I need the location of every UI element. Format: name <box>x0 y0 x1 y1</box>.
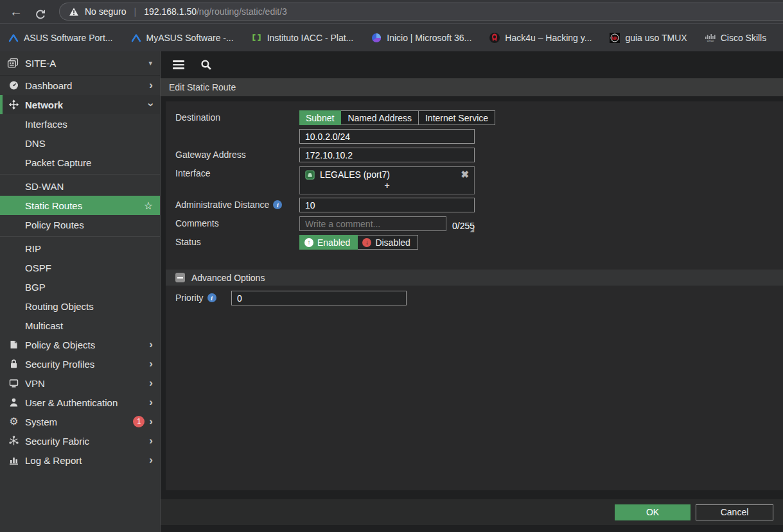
sidebar-item-system[interactable]: ⚙ System 1 › <box>0 412 160 431</box>
admin-distance-input[interactable] <box>299 198 475 212</box>
stamp-icon <box>7 339 21 350</box>
sidebar-item-log-report[interactable]: Log & Report › <box>0 450 160 470</box>
ok-button[interactable]: OK <box>615 504 691 520</box>
gateway-address-input[interactable] <box>299 148 475 162</box>
svg-text:cisco: cisco <box>707 39 714 42</box>
info-icon[interactable]: i <box>273 200 282 209</box>
bookmark-asus-software-portal[interactable]: ASUS Software Port... <box>8 32 113 44</box>
lock-icon <box>7 359 21 369</box>
cancel-button[interactable]: Cancel <box>696 504 773 520</box>
interface-value: LEGALES (port7) <box>320 169 390 180</box>
back-icon[interactable]: ← <box>8 0 24 23</box>
sidebar-item-policy-objects[interactable]: Policy & Objects › <box>0 335 160 354</box>
sidebar-item-packet-capture[interactable]: Packet Capture <box>0 153 160 172</box>
search-icon[interactable] <box>200 59 212 71</box>
bookmark-cisco-skills[interactable]: cisco Cisco Skills <box>705 32 767 44</box>
svg-text:NK: NK <box>611 35 618 40</box>
status-label: Status <box>175 235 299 247</box>
url-path: /ng/routing/static/edit/3 <box>197 6 287 17</box>
bookmark-tmux-guide[interactable]: NK guia uso TMUX <box>609 32 687 44</box>
gear-icon: ⚙ <box>7 416 21 427</box>
chevron-right-icon: › <box>149 436 153 445</box>
bookmark-myasus-software[interactable]: MyASUS Software -... <box>130 32 234 44</box>
status-toggle: ↑ Enabled ↓ Disabled <box>299 235 418 250</box>
bookmark-instituto-iacc[interactable]: Instituto IACC - Plat... <box>251 32 354 44</box>
sidebar-item-policy-routes[interactable]: Policy Routes <box>0 215 160 234</box>
sidebar-item-vpn[interactable]: VPN › <box>0 373 160 393</box>
sidebar-item-sd-wan[interactable]: SD-WAN <box>0 176 160 196</box>
sidebar-item-label: Security Fabric <box>25 436 89 447</box>
sidebar-item-static-routes[interactable]: Static Routes ☆ <box>0 196 160 215</box>
sidebar-item-network[interactable]: Network › <box>0 95 160 114</box>
comments-input[interactable] <box>299 216 446 231</box>
tab-named-address[interactable]: Named Address <box>341 110 419 125</box>
priority-input[interactable] <box>231 291 407 305</box>
chart-icon <box>7 455 21 465</box>
sidebar-item-interfaces[interactable]: Interfaces <box>0 114 160 133</box>
page-title: Edit Static Route <box>161 78 783 96</box>
sidebar-item-rip[interactable]: RIP <box>0 239 160 258</box>
collapse-icon[interactable] <box>175 273 185 282</box>
bookmark-label: Instituto IACC - Plat... <box>267 33 354 43</box>
security-label: No seguro <box>85 6 127 17</box>
comments-label: Comments <box>175 216 299 228</box>
address-bar[interactable]: No seguro | 192.168.1.50/ng/routing/stat… <box>59 3 783 21</box>
arrow-down-circle-icon: ↓ <box>362 238 371 247</box>
not-secure-warning-icon[interactable] <box>69 7 79 17</box>
interface-select-box[interactable]: LEGALES (port7) ✖ + <box>299 166 475 194</box>
gateway-address-label: Gateway Address <box>175 148 299 160</box>
hack4u-hood-icon <box>489 32 500 44</box>
bookmark-hack4u[interactable]: Hack4u – Hacking y... <box>489 32 592 44</box>
info-icon[interactable]: i <box>207 293 216 302</box>
sidebar-divider <box>0 174 160 175</box>
advanced-options-header[interactable]: Advanced Options <box>166 270 783 286</box>
resize-handle[interactable]: ◢ <box>470 227 474 233</box>
cisco-bars-icon: cisco <box>705 32 716 44</box>
bookmark-label: guia uso TMUX <box>625 33 687 43</box>
status-disabled-button[interactable]: ↓ Disabled <box>358 235 418 250</box>
sidebar-item-security-profiles[interactable]: Security Profiles › <box>0 354 160 373</box>
remove-interface-icon[interactable]: ✖ <box>461 169 469 180</box>
sidebar-item-dashboard[interactable]: Dashboard › <box>0 76 160 95</box>
chevron-right-icon: › <box>149 417 153 426</box>
microsoft-365-icon <box>371 32 382 44</box>
hamburger-menu-icon[interactable] <box>173 60 184 69</box>
url-host: 192.168.1.50 <box>144 6 197 17</box>
asus-logo-icon <box>130 32 142 44</box>
favorite-star-icon[interactable]: ☆ <box>144 200 153 212</box>
tab-subnet[interactable]: Subnet <box>299 110 341 125</box>
destination-subnet-input[interactable] <box>299 129 475 144</box>
notification-badge: 1 <box>133 416 145 427</box>
sidebar-item-ospf[interactable]: OSPF <box>0 258 160 277</box>
sidebar-item-label: Static Routes <box>25 200 82 211</box>
admin-distance-label: Administrative Distance <box>175 200 269 210</box>
tab-internet-service[interactable]: Internet Service <box>419 110 495 125</box>
sidebar-item-label: Policy & Objects <box>25 339 95 350</box>
interface-row: Interface LEGALES (port7) ✖ + <box>175 166 773 194</box>
move-icon <box>7 99 21 110</box>
content-toolbar <box>161 51 783 78</box>
add-interface-button[interactable]: + <box>300 180 474 191</box>
admin-distance-row: Administrative Distance i <box>175 198 773 212</box>
reload-icon[interactable] <box>32 3 49 21</box>
chevron-right-icon: › <box>149 81 153 90</box>
vdom-selector[interactable]: SITE-A ▾ <box>0 51 160 76</box>
sidebar-item-user-authentication[interactable]: User & Authentication › <box>0 393 160 412</box>
sidebar-item-bgp[interactable]: BGP <box>0 277 160 296</box>
sidebar-item-security-fabric[interactable]: Security Fabric › <box>0 431 160 450</box>
monitor-icon <box>7 378 21 388</box>
sidebar-item-label: OSPF <box>25 262 51 273</box>
sidebar-item-routing-objects[interactable]: Routing Objects <box>0 296 160 316</box>
sidebar-item-label: BGP <box>25 282 46 293</box>
sidebar-item-multicast[interactable]: Multicast <box>0 316 160 335</box>
sidebar-item-dns[interactable]: DNS <box>0 133 160 153</box>
sidebar-item-label: Policy Routes <box>25 219 84 230</box>
bookmark-microsoft-365[interactable]: Inicio | Microsoft 36... <box>371 32 471 44</box>
nk-badge-icon: NK <box>609 32 620 44</box>
iacc-brackets-icon <box>251 32 263 44</box>
bookmark-label: Inicio | Microsoft 36... <box>387 33 471 43</box>
status-enabled-button[interactable]: ↑ Enabled <box>299 235 358 250</box>
chevron-right-icon: › <box>149 456 153 465</box>
advanced-options-title: Advanced Options <box>191 273 265 283</box>
chevron-right-icon: › <box>149 359 153 368</box>
